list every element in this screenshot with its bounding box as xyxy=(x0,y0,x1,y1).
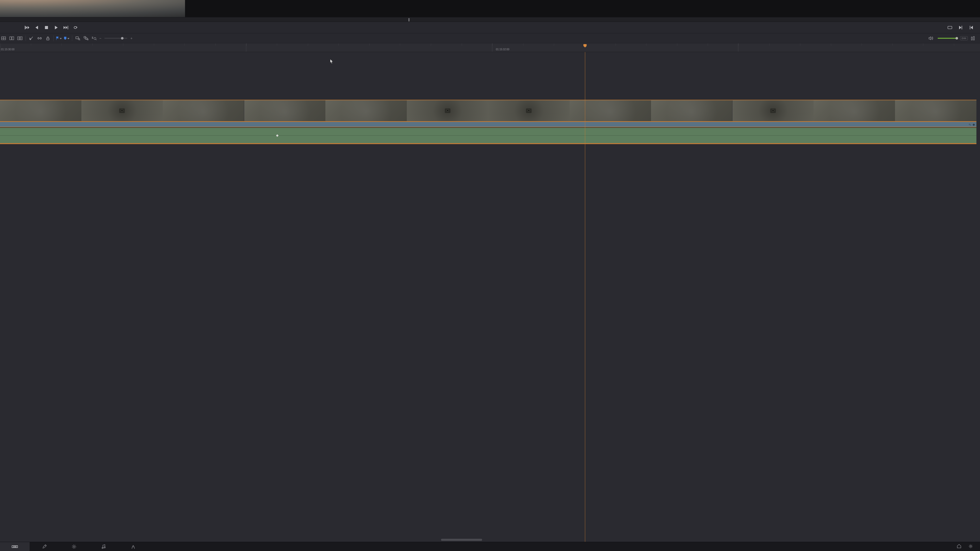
separator xyxy=(25,35,26,41)
chevron-down-icon xyxy=(60,37,62,40)
audio-keyframe[interactable] xyxy=(276,134,279,137)
clip-thumbnail[interactable] xyxy=(407,100,488,121)
svg-rect-0 xyxy=(45,26,48,29)
svg-rect-15 xyxy=(974,37,974,40)
zoom-out-button[interactable]: − xyxy=(98,36,102,40)
svg-rect-4 xyxy=(12,37,14,40)
marker-icon xyxy=(64,37,67,40)
play-button[interactable] xyxy=(54,25,59,30)
svg-rect-18 xyxy=(16,546,18,548)
zoom-knob[interactable] xyxy=(121,37,124,40)
svg-point-13 xyxy=(94,38,96,40)
timecode-label: 01:15:32:00 xyxy=(496,48,509,51)
clip-thumbnail[interactable] xyxy=(81,100,163,121)
volume-fill xyxy=(938,38,957,39)
home-button[interactable] xyxy=(957,544,961,549)
project-settings-button[interactable] xyxy=(969,544,973,549)
loop-button[interactable] xyxy=(73,25,78,30)
source-viewer[interactable] xyxy=(0,0,185,17)
page-nav-right xyxy=(957,544,980,549)
page-edit[interactable] xyxy=(30,542,59,551)
mute-button[interactable] xyxy=(927,34,935,42)
toolbar-right: DIM xyxy=(927,34,980,42)
jog-position[interactable] xyxy=(409,18,409,21)
clip-thumbnail[interactable] xyxy=(163,100,244,121)
transport-group xyxy=(0,25,78,30)
timeline-view-button[interactable] xyxy=(0,34,8,42)
svg-rect-7 xyxy=(46,38,49,40)
svg-rect-3 xyxy=(10,37,11,40)
clip-thumbnail[interactable] xyxy=(325,100,407,121)
flag-button[interactable] xyxy=(55,34,63,42)
step-back-button[interactable] xyxy=(34,25,39,30)
transport-bar xyxy=(0,22,980,33)
mouse-cursor-icon xyxy=(330,59,334,64)
timeline-area[interactable]: ∿ ◆ xyxy=(0,52,980,542)
next-clip-button[interactable] xyxy=(63,25,68,30)
go-to-end-button[interactable] xyxy=(969,25,974,30)
find-clip-button[interactable] xyxy=(74,34,82,42)
meter-toggle-button[interactable] xyxy=(970,34,975,42)
clip-thumbnail[interactable] xyxy=(488,100,570,121)
stacked-timeline-button[interactable] xyxy=(8,34,16,42)
track-divider xyxy=(0,144,977,144)
page-cut[interactable] xyxy=(0,542,30,551)
custom-zoom-button[interactable] xyxy=(90,34,98,42)
volume-slider[interactable] xyxy=(938,38,958,39)
clip-thumbnail[interactable] xyxy=(895,100,977,121)
timeline-ruler[interactable]: 01:15:30:00 01:15:32:00 xyxy=(0,43,980,52)
curve-icon[interactable]: ∿ xyxy=(969,123,971,126)
svg-rect-17 xyxy=(14,546,16,548)
svg-point-20 xyxy=(72,545,76,548)
playhead-handle[interactable] xyxy=(584,44,587,48)
transport-right xyxy=(947,25,980,30)
clip-thumbnail[interactable] xyxy=(651,100,732,121)
svg-rect-14 xyxy=(971,37,972,40)
timecode-label: 01:15:30:00 xyxy=(1,48,14,51)
replace-clip-button[interactable] xyxy=(82,34,90,42)
zoom-in-button[interactable]: + xyxy=(129,36,134,40)
jog-bar[interactable] xyxy=(0,17,980,22)
subtitle-track-button[interactable] xyxy=(16,34,24,42)
volume-knob[interactable] xyxy=(956,37,958,40)
video-clip-strip[interactable]: ∿ ◆ xyxy=(0,122,977,127)
svg-point-19 xyxy=(73,546,75,548)
clip-thumbnail[interactable] xyxy=(570,100,651,121)
chevron-down-icon xyxy=(67,37,69,40)
separator xyxy=(53,35,54,41)
lock-button[interactable] xyxy=(44,34,52,42)
razor-button[interactable] xyxy=(27,34,35,42)
timeline-viewer[interactable] xyxy=(185,0,980,17)
video-track-1[interactable] xyxy=(0,100,977,122)
separator xyxy=(72,35,72,41)
stop-button[interactable] xyxy=(44,25,49,30)
svg-point-9 xyxy=(78,38,80,40)
timeline-scrollbar[interactable] xyxy=(441,539,482,541)
zoom-slider[interactable] xyxy=(104,38,127,39)
link-button[interactable] xyxy=(35,34,44,42)
audio-track-1[interactable] xyxy=(0,128,977,144)
last-frame-button[interactable] xyxy=(958,25,963,30)
timeline-toolbar: − + DIM xyxy=(0,33,980,43)
first-frame-button[interactable] xyxy=(24,25,30,30)
flag-icon xyxy=(56,37,59,40)
clip-thumbnail[interactable] xyxy=(0,100,81,121)
svg-rect-8 xyxy=(76,37,78,39)
page-fairlight[interactable] xyxy=(89,542,118,551)
svg-rect-16 xyxy=(12,546,14,548)
clip-thumbnail[interactable] xyxy=(244,100,326,121)
clip-thumbnail[interactable] xyxy=(814,100,895,121)
svg-rect-1 xyxy=(948,26,952,29)
keyframe-icon[interactable]: ◆ xyxy=(973,123,975,126)
viewer-area xyxy=(0,0,980,17)
page-deliver[interactable] xyxy=(118,542,148,551)
dim-button[interactable]: DIM xyxy=(960,36,968,40)
svg-point-22 xyxy=(104,547,105,548)
marker-button[interactable] xyxy=(63,34,70,42)
clip-thumbnail[interactable] xyxy=(732,100,814,121)
page-fusion[interactable] xyxy=(59,542,89,551)
svg-point-12 xyxy=(87,39,88,40)
match-frame-button[interactable] xyxy=(947,25,953,30)
svg-point-23 xyxy=(970,546,972,547)
audio-midline xyxy=(0,135,977,136)
